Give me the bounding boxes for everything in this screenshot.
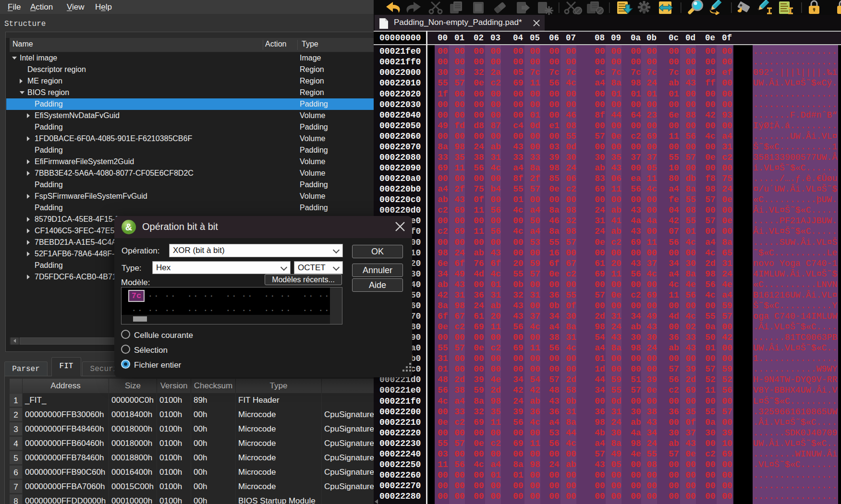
svg-text:&: & — [125, 222, 132, 232]
